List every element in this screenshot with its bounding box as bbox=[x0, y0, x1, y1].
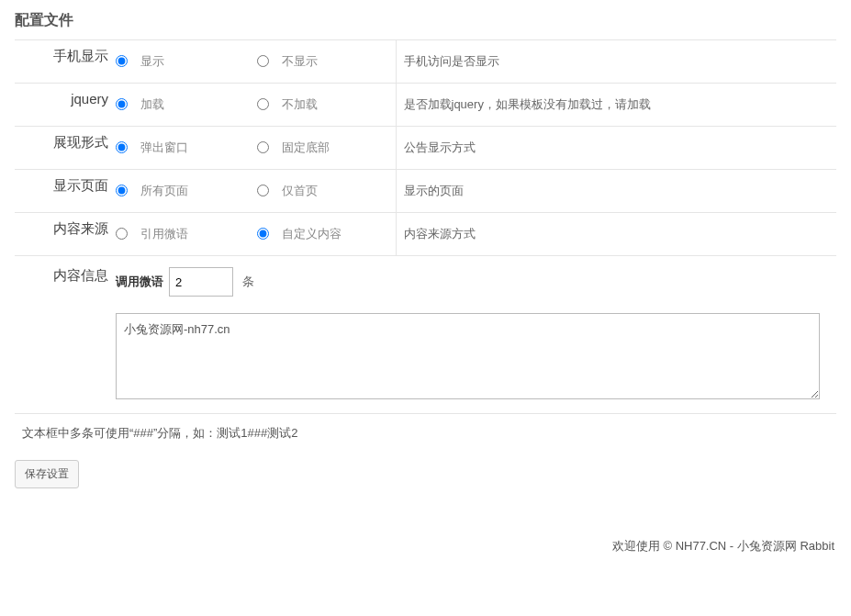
radio-mobile-show-label: 显示 bbox=[140, 53, 164, 70]
row-jquery: jquery 加载 不加载 是否加载jquery，如果模板没有加载过，请加载 bbox=[15, 84, 836, 127]
desc-display-mode: 公告显示方式 bbox=[396, 127, 836, 170]
radio-src-custom-label: 自定义内容 bbox=[282, 226, 342, 242]
radio-mobile-hide-input[interactable] bbox=[257, 55, 269, 67]
radio-jquery-noload[interactable]: 不加载 bbox=[257, 96, 318, 113]
desc-jquery: 是否加载jquery，如果模板没有加载过，请加载 bbox=[396, 84, 836, 127]
radio-src-weiyu-input[interactable] bbox=[116, 228, 128, 240]
label-content-src: 内容来源 bbox=[15, 213, 116, 256]
desc-show-page: 显示的页面 bbox=[396, 170, 836, 213]
radio-display-fixed-input[interactable] bbox=[257, 141, 269, 153]
desc-content-src: 内容来源方式 bbox=[396, 213, 836, 256]
radio-src-weiyu-label: 引用微语 bbox=[140, 226, 188, 242]
row-mobile: 手机显示 显示 不显示 手机访问是否显示 bbox=[15, 40, 836, 84]
radio-jquery-load-label: 加载 bbox=[140, 96, 164, 113]
radio-mobile-hide[interactable]: 不显示 bbox=[257, 53, 318, 70]
radio-jquery-noload-input[interactable] bbox=[257, 98, 269, 110]
radio-display-popup-input[interactable] bbox=[116, 141, 128, 153]
radio-jquery-load-input[interactable] bbox=[116, 98, 128, 110]
radio-page-home-input[interactable] bbox=[257, 185, 269, 196]
radio-display-fixed-label: 固定底部 bbox=[282, 140, 330, 156]
radio-display-fixed[interactable]: 固定底部 bbox=[257, 140, 330, 156]
radio-mobile-show-input[interactable] bbox=[116, 55, 128, 67]
radio-jquery-noload-label: 不加载 bbox=[282, 96, 318, 113]
save-button[interactable]: 保存设置 bbox=[15, 460, 79, 488]
config-table: 手机显示 显示 不显示 手机访问是否显示 jquery bbox=[15, 39, 836, 453]
row-display-mode: 展现形式 弹出窗口 固定底部 公告显示方式 bbox=[15, 127, 836, 170]
desc-mobile: 手机访问是否显示 bbox=[396, 40, 836, 84]
row-content-info: 内容信息 调用微语 条 bbox=[15, 256, 836, 414]
row-show-page: 显示页面 所有页面 仅首页 显示的页面 bbox=[15, 170, 836, 213]
radio-page-all-label: 所有页面 bbox=[140, 183, 188, 199]
radio-src-custom[interactable]: 自定义内容 bbox=[257, 226, 342, 242]
radio-display-popup-label: 弹出窗口 bbox=[140, 140, 188, 156]
radio-page-home-label: 仅首页 bbox=[282, 183, 318, 199]
radio-src-custom-input[interactable] bbox=[257, 228, 269, 240]
weiyu-unit: 条 bbox=[242, 274, 254, 290]
row-hint: 文本框中多条可使用“###”分隔，如：测试1###测试2 bbox=[15, 414, 836, 454]
label-display-mode: 展现形式 bbox=[15, 127, 116, 170]
label-jquery: jquery bbox=[15, 84, 116, 127]
weiyu-label: 调用微语 bbox=[116, 274, 163, 290]
label-show-page: 显示页面 bbox=[15, 170, 116, 213]
radio-mobile-show[interactable]: 显示 bbox=[116, 53, 164, 70]
label-mobile: 手机显示 bbox=[15, 40, 116, 84]
row-content-src: 内容来源 引用微语 自定义内容 内容来源方式 bbox=[15, 213, 836, 256]
weiyu-count-input[interactable] bbox=[169, 267, 233, 297]
page-title: 配置文件 bbox=[15, 11, 836, 30]
label-content-info: 内容信息 bbox=[15, 256, 116, 414]
footer-text: 欢迎使用 © NH77.CN - 小兔资源网 Rabbit bbox=[0, 527, 851, 560]
radio-src-weiyu[interactable]: 引用微语 bbox=[116, 226, 188, 242]
radio-jquery-load[interactable]: 加载 bbox=[116, 96, 164, 113]
radio-mobile-hide-label: 不显示 bbox=[282, 53, 318, 70]
radio-page-all[interactable]: 所有页面 bbox=[116, 183, 188, 199]
radio-page-home[interactable]: 仅首页 bbox=[257, 183, 318, 199]
hint-text: 文本框中多条可使用“###”分隔，如：测试1###测试2 bbox=[15, 414, 836, 454]
content-textarea[interactable] bbox=[116, 313, 820, 399]
radio-page-all-input[interactable] bbox=[116, 185, 128, 196]
radio-display-popup[interactable]: 弹出窗口 bbox=[116, 140, 188, 156]
